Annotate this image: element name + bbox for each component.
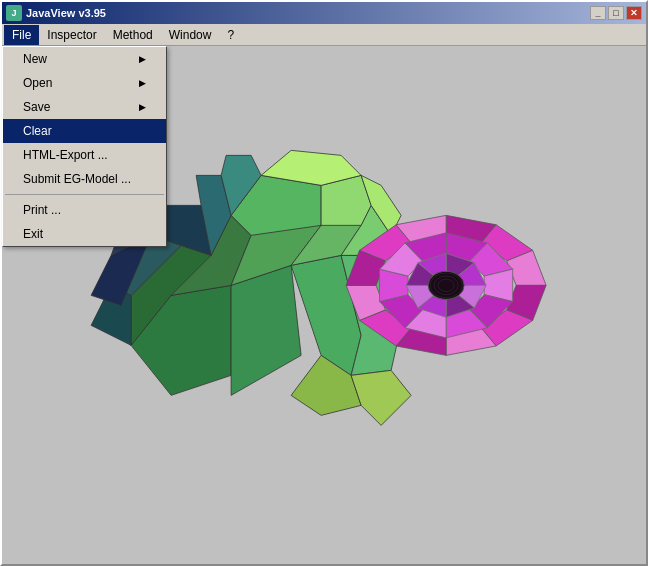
menu-exit[interactable]: Exit bbox=[3, 222, 166, 246]
menu-new[interactable]: New bbox=[3, 47, 166, 71]
window-title: JavaView v3.95 bbox=[26, 7, 106, 19]
menu-inspector[interactable]: Inspector bbox=[39, 25, 104, 45]
menubar: File Inspector Method Window ? New Open … bbox=[2, 24, 646, 46]
menu-save[interactable]: Save bbox=[3, 95, 166, 119]
file-dropdown: New Open Save Clear HTML-Export ... Subm… bbox=[2, 46, 167, 247]
menu-file[interactable]: File bbox=[4, 25, 39, 45]
menu-method[interactable]: Method bbox=[105, 25, 161, 45]
menu-help[interactable]: ? bbox=[219, 25, 242, 45]
menu-html-export[interactable]: HTML-Export ... bbox=[3, 143, 166, 167]
window-controls: _ □ ✕ bbox=[590, 6, 642, 20]
menu-separator bbox=[5, 194, 164, 195]
menu-window[interactable]: Window bbox=[161, 25, 220, 45]
title-bar: J JavaView v3.95 _ □ ✕ bbox=[2, 2, 646, 24]
app-icon: J bbox=[6, 5, 22, 21]
main-window: J JavaView v3.95 _ □ ✕ File Inspector Me… bbox=[0, 0, 648, 566]
minimize-button[interactable]: _ bbox=[590, 6, 606, 20]
menu-clear[interactable]: Clear bbox=[3, 119, 166, 143]
close-button[interactable]: ✕ bbox=[626, 6, 642, 20]
menu-print[interactable]: Print ... bbox=[3, 198, 166, 222]
menu-open[interactable]: Open bbox=[3, 71, 166, 95]
menu-submit-eg-model[interactable]: Submit EG-Model ... bbox=[3, 167, 166, 191]
maximize-button[interactable]: □ bbox=[608, 6, 624, 20]
title-bar-left: J JavaView v3.95 bbox=[6, 5, 106, 21]
